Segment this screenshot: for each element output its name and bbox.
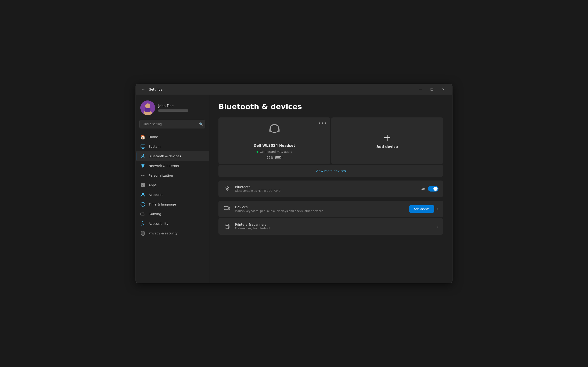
bluetooth-title: Bluetooth	[235, 185, 417, 189]
system-icon	[140, 144, 145, 149]
toggle-knob	[433, 187, 438, 191]
battery-icon	[275, 156, 282, 159]
main-content: Bluetooth & devices ••• Dell WL3024 Hea	[209, 95, 452, 283]
page-title: Bluetooth & devices	[218, 102, 443, 111]
sidebar: John Doe 🔍 🏠 Home	[136, 95, 209, 283]
bluetooth-section: Bluetooth Discoverable as "LATITUDE-7340…	[218, 181, 443, 197]
sidebar-item-label: System	[149, 145, 161, 148]
printers-row-icon	[223, 222, 231, 231]
search-box[interactable]: 🔍	[139, 120, 205, 128]
minimize-button[interactable]: —	[415, 86, 426, 93]
add-device-button[interactable]: Add device	[409, 205, 434, 213]
sidebar-item-label: Apps	[149, 183, 157, 187]
avatar	[140, 100, 155, 115]
add-plus-icon: +	[383, 133, 391, 142]
bluetooth-toggle-area: On	[421, 186, 439, 192]
printers-row-info: Printers & scanners Preferences, trouble…	[235, 223, 433, 230]
svg-point-17	[144, 214, 144, 214]
devices-row-right: Add device ›	[409, 205, 439, 213]
titlebar: ← Settings — ❐ ✕	[136, 84, 452, 95]
sidebar-item-label: Accounts	[149, 193, 163, 197]
restore-button[interactable]: ❐	[426, 86, 437, 93]
back-button[interactable]: ←	[139, 86, 147, 93]
sidebar-item-label: Network & internet	[149, 164, 179, 168]
svg-rect-5	[142, 148, 144, 148]
nav-list: 🏠 Home System	[136, 132, 209, 238]
sidebar-item-accounts[interactable]: Accounts	[136, 190, 209, 200]
titlebar-title: Settings	[149, 88, 415, 91]
user-info: John Doe	[158, 104, 188, 112]
svg-rect-4	[141, 145, 145, 148]
device-battery: 96%	[267, 156, 282, 159]
svg-point-1	[145, 103, 150, 108]
sidebar-item-privacy[interactable]: Privacy & security	[136, 228, 209, 238]
sidebar-item-time[interactable]: Time & language	[136, 200, 209, 209]
user-name: John Doe	[158, 104, 188, 108]
sidebar-item-bluetooth[interactable]: Bluetooth & devices	[136, 151, 209, 161]
content-area: John Doe 🔍 🏠 Home	[136, 95, 452, 283]
sidebar-item-system[interactable]: System	[136, 142, 209, 151]
sidebar-item-label: Accessibility	[149, 222, 168, 225]
search-input[interactable]	[139, 120, 205, 128]
svg-rect-3	[145, 108, 150, 112]
printers-subtitle: Preferences, troubleshoot	[235, 227, 433, 230]
gaming-icon	[140, 211, 145, 217]
printers-chevron: ›	[437, 224, 439, 229]
svg-point-18	[144, 214, 145, 215]
svg-point-30	[229, 226, 229, 227]
printers-row-right: ›	[437, 224, 439, 229]
sidebar-item-apps[interactable]: Apps	[136, 180, 209, 190]
status-dot	[257, 151, 258, 153]
devices-row[interactable]: Devices Mouse, keyboard, pen, audio, dis…	[218, 201, 443, 217]
headset-icon	[266, 122, 283, 141]
svg-rect-21	[269, 129, 271, 132]
bluetooth-subtitle: Discoverable as "LATITUDE-7340"	[235, 189, 417, 192]
battery-percent: 96%	[267, 156, 274, 159]
window-controls: — ❐ ✕	[415, 86, 449, 93]
sidebar-item-network[interactable]: Network & internet	[136, 161, 209, 171]
svg-rect-24	[224, 207, 228, 207]
sidebar-item-accessibility[interactable]: Accessibility	[136, 219, 209, 228]
close-button[interactable]: ✕	[438, 86, 449, 93]
device-card-headset[interactable]: ••• Dell WL3024 Headset Connected mic, a…	[218, 117, 330, 164]
user-bar	[158, 109, 188, 112]
add-device-card[interactable]: + Add device	[331, 117, 443, 164]
user-profile: John Doe	[136, 99, 209, 120]
printers-row[interactable]: Printers & scanners Preferences, trouble…	[218, 218, 443, 235]
svg-rect-11	[143, 185, 145, 187]
apps-icon	[140, 183, 145, 188]
bluetooth-toggle[interactable]	[428, 186, 439, 192]
device-menu-dots[interactable]: •••	[318, 121, 327, 125]
sidebar-item-label: Personalization	[149, 174, 173, 177]
home-icon: 🏠	[140, 134, 145, 140]
sidebar-item-label: Gaming	[149, 212, 161, 216]
sidebar-item-label: Privacy & security	[149, 232, 178, 235]
svg-point-26	[229, 208, 230, 209]
sidebar-item-gaming[interactable]: Gaming	[136, 209, 209, 219]
devices-chevron: ›	[437, 207, 439, 211]
svg-rect-6	[142, 148, 144, 149]
sidebar-item-home[interactable]: 🏠 Home	[136, 132, 209, 142]
sidebar-item-personalization[interactable]: ✏️ Personalization	[136, 171, 209, 180]
svg-point-19	[142, 221, 144, 223]
device-name: Dell WL3024 Headset	[254, 144, 295, 148]
device-status: Connected mic, audio	[257, 150, 292, 153]
accessibility-icon	[140, 221, 145, 226]
sidebar-item-label: Bluetooth & devices	[149, 154, 181, 158]
printers-title: Printers & scanners	[235, 223, 433, 226]
bluetooth-row[interactable]: Bluetooth Discoverable as "LATITUDE-7340…	[218, 181, 443, 197]
time-icon	[140, 202, 145, 207]
devices-subtitle: Mouse, keyboard, pen, audio, displays an…	[235, 209, 405, 213]
devices-row-info: Devices Mouse, keyboard, pen, audio, dis…	[235, 205, 405, 213]
sidebar-item-label: Home	[149, 135, 158, 139]
device-status-text: Connected mic, audio	[260, 150, 292, 153]
view-more-devices[interactable]: View more devices	[218, 165, 443, 177]
svg-rect-25	[229, 208, 230, 210]
accounts-icon	[140, 192, 145, 197]
bluetooth-row-info: Bluetooth Discoverable as "LATITUDE-7340…	[235, 185, 417, 192]
settings-window: ← Settings — ❐ ✕ John	[136, 84, 452, 283]
devices-grid: ••• Dell WL3024 Headset Connected mic, a…	[218, 117, 443, 164]
devices-row-icon	[223, 205, 231, 213]
personalization-icon: ✏️	[140, 173, 145, 178]
svg-rect-22	[278, 129, 279, 132]
